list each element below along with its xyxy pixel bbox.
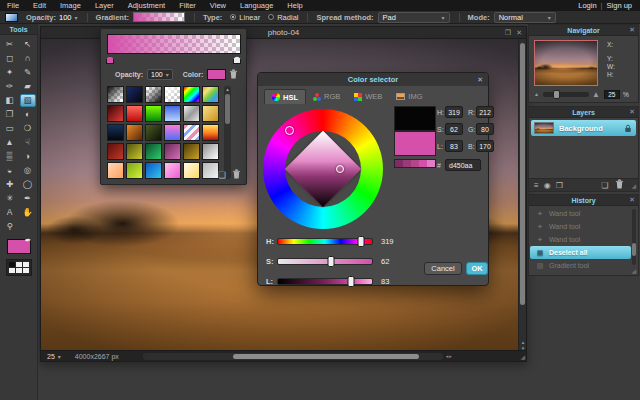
opacity-caret-icon[interactable]: ▾ (75, 14, 78, 21)
hand-tool[interactable]: ✋ (20, 206, 36, 219)
palette-color[interactable] (16, 268, 22, 273)
slider-handle[interactable] (327, 256, 334, 267)
save-gradient-icon[interactable]: ❏ (218, 170, 226, 180)
recent-color[interactable] (403, 160, 411, 167)
gradient-tool[interactable]: ▧ (20, 94, 36, 107)
gradient-preset[interactable] (202, 105, 219, 122)
gradient-preset[interactable] (164, 162, 181, 179)
gradient-preset[interactable] (202, 124, 219, 141)
navigator-zoom-value[interactable]: 25 (604, 90, 620, 99)
vscroll-thumb[interactable] (520, 43, 525, 305)
close-icon[interactable]: ✕ (516, 29, 522, 37)
lasso-tool[interactable]: ∩ (20, 52, 36, 65)
history-item[interactable]: ✦ Wand tool (530, 207, 631, 220)
gradient-preset[interactable] (107, 86, 124, 103)
delete-gradient-icon[interactable] (232, 169, 241, 181)
gradient-preset[interactable] (145, 124, 162, 141)
gradient-preview-swatch[interactable] (133, 12, 185, 22)
gradient-preset[interactable] (145, 143, 162, 160)
layer-row-background[interactable]: Background (531, 120, 636, 136)
zoom-in-icon[interactable]: ▲ (592, 90, 600, 99)
palette-color[interactable] (23, 268, 29, 273)
drawing-tool[interactable]: ▭ (2, 122, 18, 135)
gradient-preset[interactable] (145, 105, 162, 122)
menu-item[interactable]: File (0, 0, 26, 11)
gradient-preset[interactable] (107, 124, 124, 141)
dialog-title-bar[interactable]: Color selector ✕ (258, 73, 488, 86)
spread-method-select[interactable]: Pad ▾ (378, 12, 450, 23)
sv-handle[interactable] (336, 165, 344, 173)
gradient-preset[interactable] (164, 124, 181, 141)
vertical-scrollbar[interactable]: ▴▾ (518, 39, 526, 352)
restore-icon[interactable]: ❐ (505, 29, 511, 37)
field-value[interactable]: 62 (445, 123, 463, 135)
palette-color[interactable] (16, 262, 22, 267)
brush-tool[interactable]: ✑ (2, 80, 18, 93)
menu-item[interactable]: Filter (172, 0, 203, 11)
slider-track[interactable] (277, 258, 373, 265)
panel-grip-icon[interactable]: ◢ (631, 267, 636, 274)
palette-color[interactable] (9, 268, 15, 273)
scroll-right-icon[interactable]: ▸ (449, 353, 453, 359)
recent-color[interactable] (395, 160, 403, 167)
gradient-preset[interactable] (183, 124, 200, 141)
close-icon[interactable]: ✕ (477, 76, 483, 84)
cancel-button[interactable]: Cancel (424, 262, 462, 275)
linear-option[interactable]: Linear (239, 13, 260, 22)
sharpen-tool[interactable]: ▲ (2, 136, 18, 149)
menu-item[interactable]: Adjustment (121, 0, 173, 11)
marquee-tool[interactable]: ◻ (2, 52, 18, 65)
gradient-preset[interactable] (107, 105, 124, 122)
gradient-preset[interactable] (126, 105, 143, 122)
bloat-tool[interactable]: ◯ (20, 178, 36, 191)
hex-value[interactable]: d450aa (445, 159, 481, 171)
menu-item[interactable]: View (203, 0, 233, 11)
history-item[interactable]: ▦ Deselect all (530, 246, 631, 259)
layer-style-icon[interactable]: ❒ (556, 181, 563, 190)
slider-handle[interactable] (357, 236, 364, 247)
recent-color[interactable] (419, 160, 427, 167)
radial-option[interactable]: Radial (277, 13, 298, 22)
menu-item[interactable]: Help (280, 0, 309, 11)
signup-link[interactable]: Sign up (607, 1, 632, 10)
gradient-preset[interactable] (183, 162, 200, 179)
stop-color-swatch[interactable] (207, 69, 226, 80)
close-icon[interactable]: ✕ (629, 108, 635, 116)
linear-radio[interactable] (230, 14, 236, 20)
menu-item[interactable]: Language (233, 0, 280, 11)
layer-settings-icon[interactable]: ≡ (534, 181, 539, 190)
type-tool[interactable]: A (2, 206, 18, 219)
menu-item[interactable]: Layer (88, 0, 121, 11)
pinch-tool[interactable]: ✳ (2, 192, 18, 205)
slider-handle[interactable] (348, 276, 355, 287)
opacity-value[interactable]: 100 (59, 13, 72, 22)
field-value[interactable]: 319 (445, 106, 463, 118)
gradient-preset[interactable] (202, 162, 219, 179)
field-value[interactable]: 170 (476, 140, 494, 152)
delete-stop-icon[interactable] (229, 69, 238, 80)
red-eye-tool[interactable]: ◎ (20, 164, 36, 177)
smudge-tool[interactable]: ☟ (20, 136, 36, 149)
dodge-tool[interactable]: ◑ (20, 150, 36, 163)
paint-bucket-tool[interactable]: ◧ (2, 94, 18, 107)
panel-grip-icon[interactable]: ◢ (631, 182, 636, 189)
recent-color[interactable] (427, 160, 435, 167)
gradient-preset[interactable] (183, 143, 200, 160)
gradient-preset[interactable] (164, 143, 181, 160)
field-value[interactable]: 80 (476, 123, 494, 135)
sponge-tool[interactable]: ▒ (2, 150, 18, 163)
gradient-preset[interactable] (107, 162, 124, 179)
gradient-preset[interactable] (126, 86, 143, 103)
gradient-preview-bar[interactable] (107, 34, 241, 54)
burn-tool[interactable]: ◒ (2, 164, 18, 177)
gradient-preset[interactable] (164, 86, 181, 103)
history-item[interactable]: ✦ Wand tool (530, 220, 631, 233)
gradient-preset[interactable] (107, 143, 124, 160)
hscroll-thumb[interactable] (233, 354, 419, 359)
zoom-tool[interactable]: ⚲ (2, 220, 18, 233)
gradient-stop-end[interactable] (233, 56, 241, 64)
new-layer-icon[interactable]: ❏ (601, 181, 608, 190)
resize-grip-icon[interactable]: ◢ (520, 353, 525, 360)
preset-scrollbar[interactable]: ▴ (224, 86, 231, 179)
eraser-tool[interactable]: ▰ (20, 80, 36, 93)
